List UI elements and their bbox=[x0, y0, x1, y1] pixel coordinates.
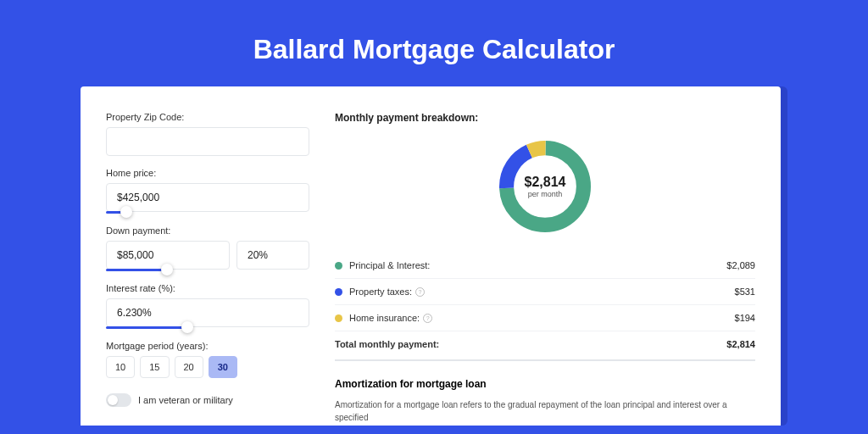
period-options: 10 15 20 30 bbox=[106, 356, 309, 378]
period-option-30[interactable]: 30 bbox=[209, 356, 237, 378]
veteran-label: I am veteran or military bbox=[138, 395, 233, 405]
zip-label: Property Zip Code: bbox=[106, 112, 309, 122]
breakdown-title: Monthly payment breakdown: bbox=[335, 112, 755, 124]
zip-input[interactable] bbox=[106, 127, 309, 156]
slider-thumb-icon[interactable] bbox=[120, 206, 132, 218]
donut-wrap: $2,814 per month bbox=[335, 136, 755, 237]
hero: Ballard Mortgage Calculator bbox=[0, 0, 868, 86]
down-payment-slider[interactable] bbox=[106, 269, 167, 271]
toggle-knob-icon bbox=[108, 395, 118, 405]
dot-icon bbox=[335, 314, 342, 322]
home-price-field: Home price: bbox=[106, 168, 309, 214]
dot-icon bbox=[335, 288, 342, 296]
card-shadow: Property Zip Code: Home price: Down paym… bbox=[81, 86, 787, 426]
home-price-label: Home price: bbox=[106, 168, 309, 178]
down-payment-label: Down payment: bbox=[106, 225, 309, 236]
breakdown-label: Home insurance: bbox=[349, 313, 420, 323]
period-option-15[interactable]: 15 bbox=[140, 356, 169, 378]
breakdown-row-principal: Principal & Interest: $2,089 bbox=[335, 253, 755, 279]
home-price-input[interactable] bbox=[106, 183, 309, 212]
total-amount: $2,814 bbox=[726, 339, 755, 349]
slider-thumb-icon[interactable] bbox=[181, 321, 193, 333]
period-label: Mortgage period (years): bbox=[106, 341, 309, 351]
interest-rate-slider[interactable] bbox=[106, 326, 187, 329]
period-field: Mortgage period (years): 10 15 20 30 bbox=[106, 341, 309, 378]
breakdown-amount: $2,089 bbox=[726, 260, 755, 270]
interest-rate-label: Interest rate (%): bbox=[106, 283, 309, 293]
down-payment-percent-input[interactable] bbox=[236, 241, 309, 270]
info-icon[interactable]: ? bbox=[423, 314, 432, 323]
breakdown-amount: $194 bbox=[735, 313, 755, 323]
donut-center: $2,814 per month bbox=[525, 175, 566, 198]
veteran-row: I am veteran or military bbox=[106, 393, 309, 407]
info-icon[interactable]: ? bbox=[415, 287, 425, 297]
amortization-section: Amortization for mortgage loan Amortizat… bbox=[335, 378, 755, 424]
amortization-text: Amortization for a mortgage loan refers … bbox=[335, 398, 755, 424]
breakdown-row-taxes: Property taxes: ? $531 bbox=[335, 279, 755, 305]
donut-sub: per month bbox=[525, 190, 566, 198]
breakdown-label: Property taxes: bbox=[349, 287, 412, 297]
breakdown-panel: Monthly payment breakdown: $2,814 per mo… bbox=[335, 112, 755, 426]
page-title: Ballard Mortgage Calculator bbox=[0, 34, 868, 65]
breakdown-row-insurance: Home insurance: ? $194 bbox=[335, 305, 755, 331]
dot-icon bbox=[335, 262, 342, 270]
down-payment-field: Down payment: bbox=[106, 225, 309, 271]
interest-rate-input[interactable] bbox=[106, 298, 309, 327]
donut-amount: $2,814 bbox=[525, 175, 566, 190]
period-option-10[interactable]: 10 bbox=[106, 356, 135, 378]
amortization-title: Amortization for mortgage loan bbox=[335, 378, 755, 390]
form-panel: Property Zip Code: Home price: Down paym… bbox=[106, 112, 309, 426]
veteran-toggle[interactable] bbox=[106, 393, 131, 407]
interest-rate-field: Interest rate (%): bbox=[106, 283, 309, 329]
calculator-card: Property Zip Code: Home price: Down paym… bbox=[81, 86, 781, 426]
total-label: Total monthly payment: bbox=[335, 339, 439, 349]
home-price-slider[interactable] bbox=[106, 211, 126, 214]
period-option-20[interactable]: 20 bbox=[175, 356, 203, 378]
donut-chart: $2,814 per month bbox=[494, 136, 596, 237]
zip-field: Property Zip Code: bbox=[106, 112, 309, 156]
breakdown-amount: $531 bbox=[735, 287, 755, 297]
breakdown-label: Principal & Interest: bbox=[349, 260, 430, 270]
slider-thumb-icon[interactable] bbox=[161, 264, 173, 275]
breakdown-row-total: Total monthly payment: $2,814 bbox=[335, 331, 755, 361]
